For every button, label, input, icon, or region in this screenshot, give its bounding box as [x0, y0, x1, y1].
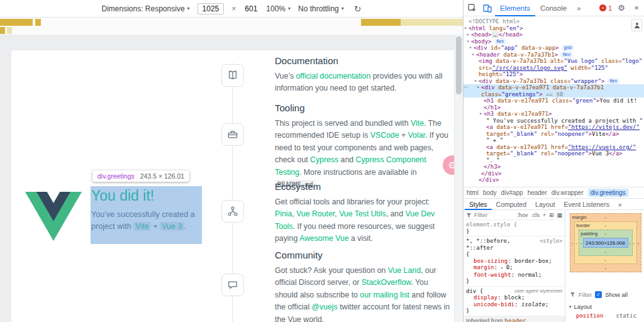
- collapse-arrow-icon[interactable]: ▾: [464, 25, 467, 32]
- text-link[interactable]: @vuejs: [312, 303, 338, 311]
- zoom-select[interactable]: 100% ▾: [266, 4, 291, 13]
- computed-property-row[interactable]: position static: [566, 310, 644, 319]
- dom-tree-row[interactable]: <a data-v-e17ea971 href="https://vuejs.o…: [464, 144, 644, 157]
- text-link[interactable]: Vue Test Utils: [339, 209, 386, 218]
- error-badge[interactable]: × 1: [597, 4, 614, 12]
- text-link[interactable]: Vue Land: [388, 266, 421, 275]
- tab-computed[interactable]: Computed: [492, 198, 531, 210]
- collapse-arrow-icon[interactable]: ▾: [469, 45, 472, 52]
- box-model-margin[interactable]: margin - - - - border - - - - padding -: [570, 213, 641, 272]
- text-link[interactable]: Vite: [411, 119, 424, 128]
- breadcrumb-item[interactable]: html: [467, 189, 479, 196]
- collapse-arrow-icon[interactable]: ▾: [474, 78, 477, 85]
- collapsed-children-ellipsis[interactable]: …: [492, 31, 499, 38]
- text-link[interactable]: Vue Router: [296, 209, 335, 218]
- toggle-class-button[interactable]: .cls: [531, 212, 540, 219]
- page-scrollbar[interactable]: [454, 35, 463, 322]
- css-rule[interactable]: div {user agent stylesheetdisplay: block…: [464, 287, 565, 316]
- media-query-bar[interactable]: [401, 19, 463, 26]
- layout-badge[interactable]: flex: [608, 78, 620, 84]
- media-query-bar[interactable]: [35, 19, 41, 26]
- dom-tree-row[interactable]: <h1 data-v-e17ea971 class="green">You di…: [464, 97, 644, 111]
- media-query-bar[interactable]: [0, 19, 33, 26]
- text-link[interactable]: our mailing list: [360, 291, 409, 299]
- dom-tree-row[interactable]: ▾<body>flex: [464, 38, 644, 45]
- new-rule-button[interactable]: +: [543, 212, 546, 219]
- breadcrumb-item[interactable]: div#app: [501, 189, 523, 196]
- throttling-select[interactable]: No throttling ▾: [298, 4, 344, 13]
- stylesheet-source-link[interactable]: user agent stylesheet: [514, 288, 562, 295]
- dom-tree-row[interactable]: <a data-v-e17ea971 href="https://vitejs.…: [464, 124, 644, 137]
- stylesheet-source-link[interactable]: <style>: [540, 238, 562, 251]
- text-link[interactable]: Awesome Vue: [299, 234, 349, 243]
- show-all-checkbox[interactable]: ✓: [595, 291, 602, 298]
- dom-tree-row[interactable]: </div>: [464, 177, 644, 184]
- layout-overlay-icon[interactable]: ▦: [557, 212, 562, 219]
- tab-styles[interactable]: Styles: [465, 198, 492, 210]
- collapse-arrow-icon[interactable]: ▾: [479, 111, 482, 118]
- expand-arrow-icon[interactable]: ▸: [467, 31, 469, 38]
- dom-tree-row[interactable]: " You've successfully created a project …: [464, 118, 644, 125]
- grid-overlay-icon[interactable]: ⊞: [549, 212, 554, 219]
- text-link[interactable]: Volar: [408, 131, 425, 140]
- dom-tree-row[interactable]: ▾<div data-v-7a7a37b1 class="wrapper">fl…: [464, 78, 644, 85]
- css-rule[interactable]: *, *::before, *::after<style>{box-sizing…: [464, 236, 565, 287]
- tab-console[interactable]: Console: [535, 0, 572, 16]
- toggle-hover-button[interactable]: :hov: [517, 212, 528, 219]
- dom-token[interactable]: "/src/assets/logo.svg": [492, 65, 567, 71]
- collapse-arrow-icon[interactable]: ▾: [477, 84, 479, 91]
- more-sidebar-tabs-chevron[interactable]: »: [614, 198, 626, 210]
- settings-gear-icon[interactable]: ⚙: [614, 0, 629, 16]
- dom-tree-row[interactable]: ▾<div id="app" data-v-app>grid: [464, 45, 644, 52]
- viewport-height-input[interactable]: 601: [243, 4, 258, 14]
- css-declaration[interactable]: display: block;: [466, 294, 562, 301]
- box-model-padding[interactable]: padding - - - - 243.500×126.008: [579, 230, 633, 256]
- css-declaration[interactable]: margin: ▸ 0;: [466, 264, 562, 272]
- text-link[interactable]: official documentation: [296, 72, 371, 80]
- css-rule[interactable]: element.style {}: [464, 220, 565, 236]
- breadcrumb-item[interactable]: div.wrapper: [552, 189, 584, 196]
- dom-tree-row[interactable]: <!DOCTYPE html>: [464, 18, 644, 25]
- dom-token[interactable]: "https://vuejs.org/": [568, 144, 636, 150]
- dom-token[interactable]: "https://vitejs.dev/": [568, 124, 640, 130]
- breadcrumb-item[interactable]: header: [528, 189, 547, 196]
- text-link[interactable]: VSCode: [370, 131, 399, 140]
- box-model-border[interactable]: border - - - - padding - - - - 243.500: [574, 221, 637, 264]
- rotate-viewport-icon[interactable]: ↻: [354, 4, 362, 14]
- dom-tree-row[interactable]: </div>: [464, 170, 644, 177]
- dom-tree-row[interactable]: ▸<head>…</head>: [464, 31, 644, 38]
- more-tabs-chevron[interactable]: »: [572, 0, 586, 16]
- dom-tree-row[interactable]: ▾<h3 data-v-e17ea971>: [464, 111, 644, 118]
- layout-group-header[interactable]: ▾ Layout: [566, 303, 644, 310]
- dom-tree-row[interactable]: ▾⋯<div data-v-e17ea971 data-v-7a7a37b1 c…: [464, 84, 644, 97]
- styles-filter-input[interactable]: Filter: [474, 212, 487, 219]
- computed-filter-input[interactable]: Filter: [579, 291, 592, 298]
- expand-shorthand-icon[interactable]: ▸: [501, 265, 506, 270]
- layout-badge[interactable]: flex: [560, 52, 573, 58]
- accessibility-person-icon[interactable]: [631, 19, 642, 31]
- text-link[interactable]: StackOverflow: [362, 278, 411, 287]
- media-query-bar[interactable]: [7, 27, 12, 34]
- layout-badge[interactable]: flex: [494, 38, 507, 45]
- viewport-width-input[interactable]: 1025: [197, 3, 225, 14]
- dom-tree-row[interactable]: ▾<header data-v-7a7a37b1>flex: [464, 52, 644, 58]
- device-toolbar-icon[interactable]: [480, 0, 495, 16]
- media-query-bar[interactable]: [0, 27, 5, 34]
- close-devtools-icon[interactable]: ×: [629, 0, 644, 16]
- css-declaration[interactable]: unicode-bidi: isolate;: [466, 301, 562, 308]
- page-scrollbar-thumb[interactable]: [456, 36, 462, 94]
- dom-tree-row[interactable]: <img data-v-7a7a37b1 alt="Vue logo" clas…: [464, 58, 644, 78]
- inherited-node-link[interactable]: header: [504, 317, 526, 322]
- css-declaration[interactable]: box-sizing: border-box;: [466, 258, 562, 265]
- dom-tree-row[interactable]: " + ": [464, 137, 644, 144]
- text-link[interactable]: Pinia: [275, 209, 292, 218]
- breadcrumb-item[interactable]: body: [483, 189, 497, 196]
- inspect-icon[interactable]: [465, 0, 480, 16]
- media-query-bar[interactable]: [361, 19, 401, 26]
- layout-badge[interactable]: grid: [562, 45, 575, 51]
- dom-tree-row[interactable]: ". ": [464, 157, 644, 164]
- text-link[interactable]: Cypress: [310, 155, 338, 164]
- collapse-arrow-icon[interactable]: ▾: [467, 38, 469, 45]
- node-activity-dots-icon[interactable]: ⋯: [464, 84, 467, 91]
- dom-tree-row[interactable]: </h3>: [464, 164, 644, 170]
